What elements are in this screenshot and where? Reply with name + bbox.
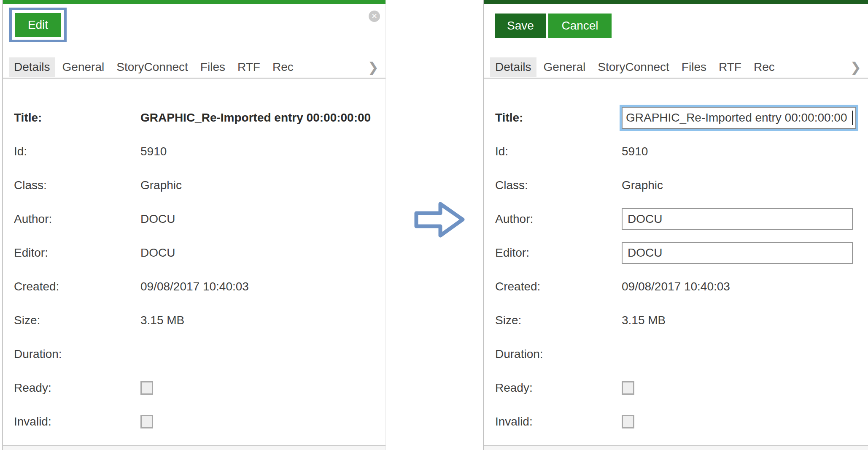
field-list: Title: GRAPHIC_Re-Imported entry 00:00:0… [3, 79, 385, 439]
size-value: 3.15 MB [622, 314, 666, 327]
tab-rec[interactable]: Rec [267, 57, 299, 77]
chevron-right-icon[interactable]: ❯ [850, 59, 861, 75]
field-label: Id: [14, 145, 140, 158]
created-value: 09/08/2017 10:40:03 [622, 280, 730, 293]
field-row-title: Title: GRAPHIC_Re-Imported entry 00:00:0… [3, 101, 385, 135]
field-row-created: Created: 09/08/2017 10:40:03 [3, 270, 385, 304]
tab-rec[interactable]: Rec [749, 57, 780, 77]
field-label: Editor: [14, 246, 140, 260]
created-value: 09/08/2017 10:40:03 [140, 280, 249, 293]
tab-general[interactable]: General [539, 57, 591, 77]
field-row-class: Class: Graphic [3, 168, 385, 202]
field-label: Class: [14, 179, 140, 192]
toolbar: Edit ✕ [3, 4, 385, 56]
field-row-size: Size: 3.15 MB [3, 304, 385, 337]
panel-accent-bar [484, 0, 868, 4]
author-input[interactable] [622, 208, 853, 230]
field-label: Duration: [495, 347, 622, 361]
field-label: Invalid: [14, 415, 140, 428]
id-value: 5910 [140, 145, 167, 158]
tab-bar: Details General StoryConnect Files RTF R… [3, 56, 385, 79]
tab-rtf[interactable]: RTF [232, 57, 265, 77]
editor-input[interactable] [622, 242, 853, 264]
field-row-size: Size: 3.15 MB [484, 304, 868, 337]
field-label: Size: [14, 314, 140, 327]
field-list: Title: Id: 5910 Class: Graphic Author: E… [484, 79, 868, 439]
field-row-editor: Editor: [484, 236, 868, 270]
author-value: DOCU [140, 212, 175, 226]
cancel-button[interactable]: Cancel [548, 14, 612, 38]
field-label: Created: [14, 280, 140, 293]
field-row-author: Author: DOCU [3, 202, 385, 236]
save-button[interactable]: Save [495, 14, 546, 38]
field-row-class: Class: Graphic [484, 168, 868, 202]
field-row-editor: Editor: DOCU [3, 236, 385, 270]
tab-files[interactable]: Files [195, 57, 230, 77]
title-input-wrap [622, 107, 856, 129]
edit-button-highlight-frame: Edit [9, 8, 67, 42]
panel-accent-bar [3, 0, 385, 4]
field-row-invalid: Invalid: [484, 405, 868, 439]
field-label: Title: [495, 111, 622, 125]
size-value: 3.15 MB [140, 314, 184, 327]
tab-storyconnect[interactable]: StoryConnect [111, 57, 193, 77]
tab-rtf[interactable]: RTF [714, 57, 747, 77]
field-row-ready: Ready: [3, 371, 385, 405]
field-row-ready: Ready: [484, 371, 868, 405]
ready-checkbox[interactable] [140, 381, 153, 395]
class-value: Graphic [140, 179, 182, 192]
field-label: Ready: [495, 381, 622, 395]
tab-details[interactable]: Details [490, 57, 536, 77]
panel-bottom-edge [3, 445, 385, 450]
field-label: Title: [14, 111, 140, 125]
transition-arrow-icon [413, 201, 466, 239]
class-value: Graphic [622, 179, 663, 192]
field-row-created: Created: 09/08/2017 10:40:03 [484, 270, 868, 304]
details-panel-view-mode: Edit ✕ Details General StoryConnect File… [2, 0, 386, 450]
close-icon[interactable]: ✕ [369, 11, 380, 22]
field-label: Invalid: [495, 415, 622, 428]
field-row-duration: Duration: [3, 337, 385, 371]
field-row-author: Author: [484, 202, 868, 236]
field-label: Ready: [14, 381, 140, 395]
field-label: Author: [14, 212, 140, 226]
title-value: GRAPHIC_Re-Imported entry 00:00:00:00 [140, 111, 371, 125]
panel-bottom-edge [484, 445, 868, 450]
title-input[interactable] [622, 107, 856, 129]
field-label: Id: [495, 145, 622, 158]
field-label: Duration: [14, 347, 140, 361]
field-label: Editor: [495, 246, 622, 260]
editor-value: DOCU [140, 246, 175, 260]
field-row-title: Title: [484, 101, 868, 135]
tab-general[interactable]: General [57, 57, 110, 77]
field-row-duration: Duration: [484, 337, 868, 371]
ready-checkbox[interactable] [622, 381, 634, 395]
field-row-invalid: Invalid: [3, 405, 385, 439]
field-row-id: Id: 5910 [484, 135, 868, 168]
field-label: Created: [495, 280, 622, 293]
field-label: Class: [495, 179, 622, 192]
toolbar: Save Cancel [484, 4, 868, 56]
text-cursor [852, 111, 853, 125]
tab-files[interactable]: Files [677, 57, 712, 77]
tab-bar: Details General StoryConnect Files RTF R… [484, 56, 868, 79]
chevron-right-icon[interactable]: ❯ [367, 59, 379, 75]
invalid-checkbox[interactable] [622, 415, 634, 428]
save-cancel-group: Save Cancel [495, 14, 612, 38]
id-value: 5910 [622, 145, 648, 158]
field-row-id: Id: 5910 [3, 135, 385, 168]
tab-storyconnect[interactable]: StoryConnect [593, 57, 674, 77]
edit-button[interactable]: Edit [15, 13, 61, 37]
invalid-checkbox[interactable] [140, 415, 153, 428]
field-label: Author: [495, 212, 622, 226]
tab-details[interactable]: Details [9, 57, 55, 77]
details-panel-edit-mode: Save Cancel Details General StoryConnect… [483, 0, 868, 450]
field-label: Size: [495, 314, 622, 327]
